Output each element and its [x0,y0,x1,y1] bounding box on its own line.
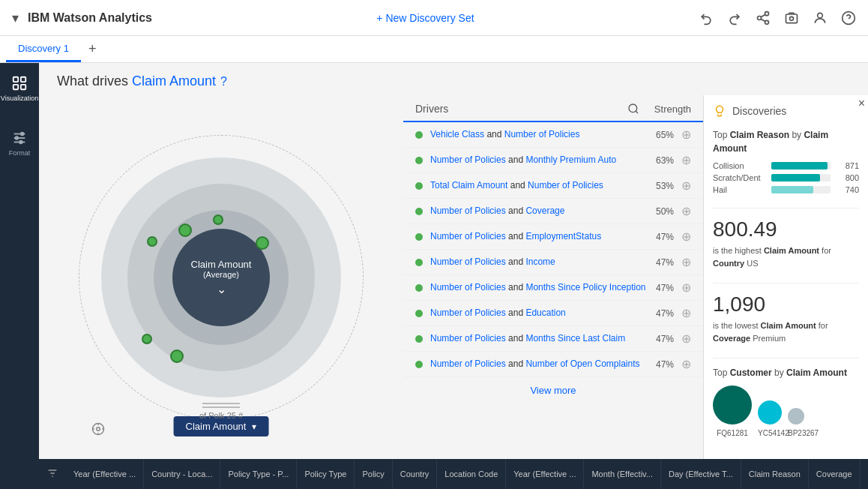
close-discoveries-button[interactable]: × [858,97,865,110]
discoveries-panel: × Discoveries Top Claim Reason by Claim … [703,95,868,459]
driver-plus-button[interactable]: ⊕ [681,280,691,295]
col-coverage[interactable]: Coverage [809,459,861,489]
driver-dot [415,208,423,215]
bubble-fq61281 [713,386,752,424]
col-day-effective[interactable]: Day (Effective T... [661,459,741,489]
lightbulb-icon [713,104,726,118]
bar-hail: Hail 740 [713,185,859,194]
driver-plus-button[interactable]: ⊕ [681,357,691,371]
driver-strength: 47% [651,283,674,293]
format-icon [11,130,28,146]
svg-line-27 [636,111,638,113]
driver-plus-button[interactable]: ⊕ [681,255,691,269]
driver-text: Number of Policies and Months Since Poli… [430,281,651,294]
sidebar: Visualization Format [0,63,39,489]
col-month-effectiv[interactable]: Month (Effectiv... [584,459,661,489]
driver-plus-button[interactable]: ⊕ [681,178,691,193]
col-policy-type-p[interactable]: Policy Type - P... [220,459,297,489]
col-year-effective2[interactable]: Year (Effective ... [506,459,584,489]
sidebar-item-format[interactable]: Format [0,124,39,164]
visualization-icon [11,75,28,92]
driver-strength: 53% [651,181,674,191]
sidebar-item-visualization[interactable]: Visualization [0,69,39,109]
driver-plus-button[interactable]: ⊕ [681,230,691,244]
redo-icon[interactable] [727,10,742,26]
hamburger-icon[interactable]: ▾ [12,10,19,26]
user-icon[interactable] [813,10,828,26]
divider-3 [713,358,859,358]
highest-number: 800.49 [713,218,859,242]
tab-add-button[interactable]: + [81,41,104,57]
target-icon[interactable] [91,422,105,438]
undo-icon[interactable] [699,10,714,26]
chart-dot-3[interactable] [213,214,223,225]
bar-collision: Collision 871 [713,161,859,170]
driver-row: Number of Policies and Months Since Last… [403,326,703,352]
driver-text: Number of Policies and Education [430,307,651,320]
svg-line-4 [761,14,765,16]
question-area: What drives Claim Amount? [39,63,868,95]
driver-row: Number of Policies and Coverage 50% ⊕ [403,199,703,224]
driver-row: Number of Policies and Months Since Poli… [403,275,703,301]
capture-icon[interactable] [784,10,799,26]
driver-plus-button[interactable]: ⊕ [681,128,691,142]
col-policy[interactable]: Policy [355,459,392,489]
help-icon[interactable] [841,10,856,26]
col-country-loca[interactable]: Country - Loca... [144,459,220,489]
new-discovery-button[interactable]: + New Discovery Set [376,12,474,24]
driver-row: Number of Policies and EmploymentStatus … [403,224,703,250]
driver-dot [415,182,423,190]
search-icon[interactable] [627,103,639,115]
col-policy-type[interactable]: Policy Type [297,459,355,489]
svg-rect-11 [21,77,25,82]
svg-point-7 [818,13,823,18]
svg-point-18 [16,136,19,140]
driver-plus-button[interactable]: ⊕ [681,153,691,167]
driver-text: Number of Policies and Income [430,256,651,268]
driver-plus-button[interactable]: ⊕ [681,332,691,346]
drivers-header: Drivers Strength [403,103,703,122]
driver-text: Number of Policies and Monthly Premium A… [430,154,651,166]
chart-dot-5[interactable] [142,334,152,344]
drivers-list: Vehicle Class and Number of Policies 65%… [403,122,703,377]
chart-dot-2[interactable] [178,224,192,237]
chart-dot-6[interactable] [170,350,184,363]
nav-left: ▾ IBM Watson Analytics [12,10,152,26]
circles-container: Claim Amount (Average) ⌄ [79,120,364,435]
col-customer[interactable]: Customer [861,459,868,489]
polk-text: of Polk 25 # [199,411,243,420]
driver-strength: 47% [651,334,674,344]
lowest-number: 1,090 [713,292,859,316]
driver-plus-button[interactable]: ⊕ [681,204,691,218]
svg-point-17 [21,132,24,135]
col-country[interactable]: Country [393,459,438,489]
driver-strength: 47% [651,359,674,370]
driver-plus-button[interactable]: ⊕ [681,306,691,320]
chart-area: Claim Amount (Average) ⌄ Claim Amount ▾ [39,95,403,459]
driver-text: Vehicle Class and Number of Policies [430,128,651,141]
divider-2 [713,283,859,284]
chart-dot-1[interactable] [147,236,157,247]
claim-amount-label: Claim Amount [186,421,247,432]
view-more-button[interactable]: View more [403,377,703,404]
customer-bubbles [713,386,859,424]
col-year-effective[interactable]: Year (Effective ... [66,459,144,489]
tab-discovery1[interactable]: Discovery 1 [6,36,81,62]
bubble-bp23267 [788,408,804,424]
driver-row: Total Claim Amount and Number of Policie… [403,173,703,199]
share-icon[interactable] [756,10,771,26]
driver-strength: 65% [651,130,674,140]
content-area: Claim Amount (Average) ⌄ Claim Amount ▾ [39,95,868,459]
driver-row: Number of Policies and Education 47% ⊕ [403,301,703,326]
col-claim-reason[interactable]: Claim Reason [741,459,809,489]
col-location-code[interactable]: Location Code [437,459,506,489]
bottom-toolbar: Year (Effective ... Country - Loca... Po… [39,459,868,489]
svg-point-1 [757,16,761,20]
bubble-names: FQ61281 YC54142 BP23267 [713,429,859,437]
driver-dot [415,233,423,241]
chart-dot-4[interactable] [256,236,269,250]
driver-text: Number of Policies and Coverage [430,205,651,218]
strength-header: Strength [654,104,691,115]
lowest-desc: is the lowest Claim Amount for Coverage … [713,320,859,344]
filter-icon[interactable] [39,467,66,482]
